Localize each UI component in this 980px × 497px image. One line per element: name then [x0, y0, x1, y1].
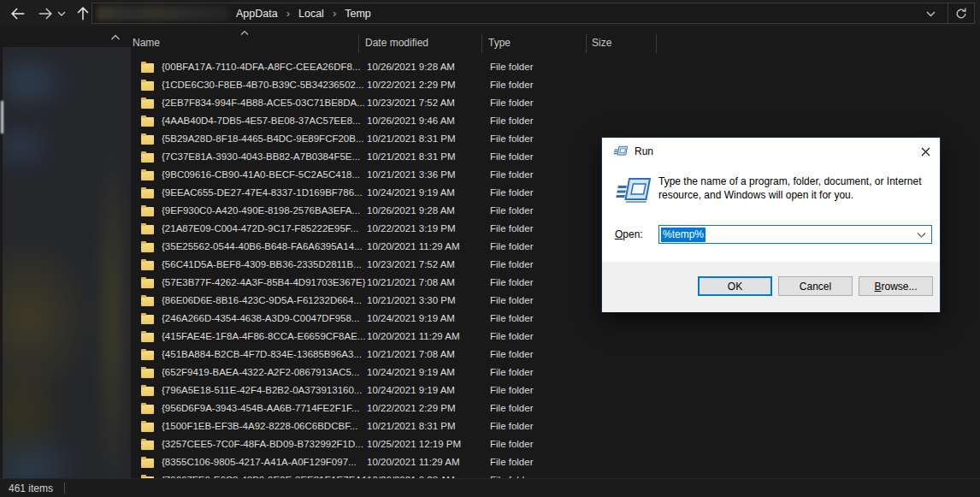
file-name: {1CDE6C30-F8EB-4B70-B39C-5B34236502... — [162, 80, 367, 90]
file-date: 10/21/2021 3:36 PM — [367, 169, 490, 180]
folder-icon — [141, 294, 155, 306]
forward-arrow-icon — [36, 4, 55, 23]
column-header-date-modified[interactable]: Date modified — [365, 37, 428, 49]
file-date: 10/20/2021 11:29 AM — [367, 331, 490, 341]
forward-button[interactable] — [34, 3, 56, 24]
file-date: 10/22/2021 3:19 PM — [367, 223, 490, 234]
file-date: 10/22/2021 2:29 PM — [367, 80, 490, 90]
file-name: {652F9419-BAEA-4322-A2F2-0867913AC5... — [162, 367, 367, 377]
file-name: {8355C106-9805-4217-A41A-A0F129F097... — [162, 457, 367, 467]
table-row[interactable]: {796A5E18-511E-42F4-B2B2-0A373913160...1… — [129, 381, 980, 399]
table-row[interactable]: {00BFA17A-7110-4DFA-A8FC-CEEA26DF8...10/… — [129, 57, 980, 75]
open-label: Open: — [615, 228, 643, 240]
file-type: File folder — [490, 367, 587, 377]
file-type: File folder — [490, 331, 587, 341]
file-name: {9EF930C0-A420-490E-8198-2576BA3EFA... — [162, 205, 367, 216]
table-row[interactable]: {451BA884-B2CB-4F7D-834E-13685B96A3...10… — [129, 345, 980, 363]
table-row[interactable]: {1500F1EB-EF3B-4A92-8228-06C6BDCBF...10/… — [129, 417, 980, 435]
file-type: File folder — [490, 205, 587, 216]
open-combobox[interactable]: %temp% — [658, 225, 932, 244]
column-divider[interactable] — [586, 34, 587, 53]
nav-scrollbar-up-button[interactable] — [110, 33, 121, 41]
breadcrumb-local[interactable]: Local — [298, 8, 324, 20]
folder-icon — [141, 348, 155, 360]
table-row[interactable]: {415FAE4E-1F8A-4F86-8CCA-E6659CF8AE...10… — [129, 327, 980, 345]
file-type: File folder — [490, 187, 587, 198]
refresh-button[interactable] — [954, 7, 968, 21]
close-icon — [921, 147, 930, 157]
run-dialog-body: Type the name of a program, folder, docu… — [602, 165, 940, 262]
file-name: {796A5E18-511E-42F4-B2B2-0A373913160... — [162, 385, 367, 395]
file-type: File folder — [490, 151, 587, 162]
folder-icon — [141, 151, 155, 163]
file-date: 10/24/2021 9:19 AM — [367, 367, 490, 377]
breadcrumb-appdata[interactable]: AppData — [236, 8, 278, 20]
open-input-value[interactable]: %temp% — [661, 228, 705, 242]
recent-locations-button[interactable] — [55, 3, 68, 24]
file-name: {246A266D-4354-4638-A3D9-C0047DF958... — [162, 313, 367, 323]
folder-icon — [141, 366, 155, 378]
address-bar[interactable]: AppData › Local › Temp — [92, 3, 975, 24]
file-name: {451BA884-B2CB-4F7D-834E-13685B96A3... — [162, 349, 367, 359]
breadcrumb-temp[interactable]: Temp — [345, 8, 371, 20]
folder-icon — [141, 169, 155, 180]
table-row[interactable]: {4AAB40D4-7DB5-4E57-BE08-37AC57EE8...10/… — [129, 111, 980, 129]
run-dialog-message: Type the name of a program, folder, docu… — [658, 175, 941, 202]
run-dialog-titlebar[interactable]: Run — [602, 138, 940, 165]
address-path-redacted — [97, 6, 229, 21]
file-date: 10/26/2021 9:46 AM — [367, 115, 490, 126]
browse-button[interactable]: Browse... — [859, 276, 933, 296]
table-row[interactable]: {2EB7F834-994F-4B88-ACE5-03C71BE8DA...10… — [129, 93, 980, 111]
folder-icon — [141, 240, 155, 252]
file-name: {415FAE4E-1F8A-4F86-8CCA-E6659CF8AE... — [162, 331, 367, 341]
status-bar-divider — [64, 482, 65, 494]
file-type: File folder — [490, 403, 587, 413]
file-date: 10/20/2021 11:29 AM — [367, 457, 490, 467]
address-dropdown-button[interactable] — [926, 10, 936, 17]
table-row[interactable]: {956D6F9A-3943-454B-AA6B-7714FE2F1F...10… — [129, 399, 980, 417]
chevron-up-icon — [110, 33, 121, 41]
file-name: {5B29A28D-8F18-4465-B4DC-9E89FCF20B... — [162, 133, 367, 144]
file-name: {35E25562-0544-40B6-B648-FA6A6395A14... — [162, 241, 367, 251]
table-row[interactable]: {1CDE6C30-F8EB-4B70-B39C-5B34236502...10… — [129, 75, 980, 93]
file-type: File folder — [490, 169, 587, 180]
folder-icon — [141, 204, 155, 216]
column-header-type[interactable]: Type — [488, 37, 511, 49]
file-type: File folder — [490, 62, 587, 72]
table-row[interactable]: {3257CEE5-7C0F-48FA-BD09-B732992F1D...10… — [129, 435, 980, 453]
run-app-icon — [613, 145, 628, 157]
file-type: File folder — [490, 439, 587, 449]
nav-scrollbar-thumb[interactable] — [1, 101, 3, 133]
folder-icon — [141, 456, 155, 468]
column-divider[interactable] — [656, 34, 657, 53]
ok-button[interactable]: OK — [698, 276, 772, 296]
file-date: 10/22/2021 2:29 PM — [367, 403, 490, 413]
column-divider[interactable] — [358, 34, 359, 53]
file-date: 10/21/2021 8:31 PM — [367, 421, 490, 431]
folder-icon — [141, 61, 155, 73]
file-name: {1500F1EB-EF3B-4A92-8228-06C6BDCBF... — [162, 421, 367, 431]
up-arrow-icon — [74, 4, 92, 23]
folder-icon — [141, 384, 155, 396]
navigation-pane-blur — [3, 47, 131, 479]
column-header-size[interactable]: Size — [592, 37, 611, 49]
column-divider[interactable] — [481, 34, 482, 53]
file-type: File folder — [490, 98, 587, 108]
file-type: File folder — [490, 457, 587, 467]
column-header-name[interactable]: Name — [133, 37, 160, 49]
file-date: 10/25/2021 12:19 PM — [367, 439, 490, 449]
combo-dropdown-button[interactable] — [917, 232, 926, 239]
chevron-down-icon — [926, 10, 936, 17]
folder-icon — [141, 115, 155, 127]
file-type: File folder — [490, 277, 587, 287]
back-button[interactable] — [7, 3, 29, 24]
table-row[interactable]: {652F9419-BAEA-4322-A2F2-0867913AC5...10… — [129, 363, 980, 381]
folder-icon — [141, 420, 155, 432]
breadcrumb-separator: › — [333, 7, 336, 20]
table-row[interactable]: {8355C106-9805-4217-A41A-A0F129F097...10… — [129, 453, 980, 470]
folder-icon — [141, 186, 155, 198]
cancel-button[interactable]: Cancel — [778, 276, 853, 296]
file-name: {21A87E09-C004-472D-9C17-F85222E95F... — [162, 223, 367, 234]
close-button[interactable] — [918, 144, 933, 159]
breadcrumb: AppData › Local › Temp — [236, 3, 371, 23]
